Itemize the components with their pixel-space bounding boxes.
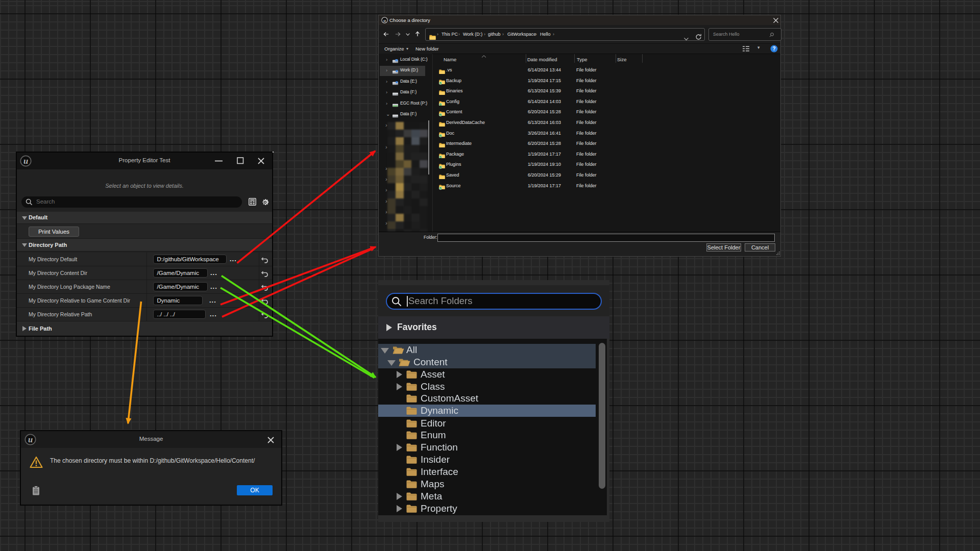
svg-text:u: u: [383, 18, 386, 23]
svg-text:?: ?: [772, 46, 775, 52]
